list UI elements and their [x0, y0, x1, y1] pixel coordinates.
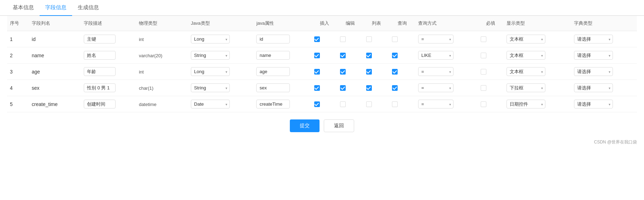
cell-display-type: 文本框下拉框单选框复选框日期控件文本域▾	[504, 64, 571, 80]
dict-select-wrapper: 请选择▾	[574, 67, 613, 76]
header-query: 查询	[389, 16, 415, 31]
select-wrapper: =!=>>=<<=LIKEBETWEEN▾	[418, 51, 453, 60]
checkbox[interactable]	[314, 85, 320, 91]
dict-type-select[interactable]: 请选择	[574, 67, 613, 76]
cell-seq: 2	[7, 47, 29, 64]
checkbox[interactable]	[366, 85, 372, 91]
cell-required	[478, 80, 504, 96]
cell-field-name: create_time	[29, 96, 81, 112]
cell-java-type: LongStringIntegerDateBigDecimalDoubleFlo…	[188, 47, 253, 64]
header-java-prop: java属性	[253, 16, 311, 31]
checkbox[interactable]	[481, 53, 486, 58]
header-required: 必填	[478, 16, 504, 31]
cell-phys-type: char(1)	[136, 80, 188, 96]
back-button[interactable]: 返回	[324, 119, 354, 132]
select-wrapper: LongStringIntegerDateBigDecimalDoubleFlo…	[191, 100, 230, 108]
checkbox[interactable]	[392, 101, 398, 107]
field-desc-input[interactable]	[84, 67, 116, 76]
cell-required	[478, 31, 504, 47]
checkbox[interactable]	[340, 36, 346, 42]
tabs-container: 基本信息 字段信息 生成信息	[0, 0, 644, 16]
checkbox[interactable]	[392, 85, 398, 91]
table-row: 2namevarchar(20)LongStringIntegerDateBig…	[7, 47, 637, 64]
checkbox[interactable]	[392, 36, 398, 42]
field-desc-input[interactable]	[84, 100, 116, 108]
select-wrapper: 文本框下拉框单选框复选框日期控件文本域▾	[507, 100, 545, 108]
select-wrapper: LongStringIntegerDateBigDecimalDoubleFlo…	[191, 51, 230, 60]
cell-field-desc	[81, 64, 136, 80]
tab-fields[interactable]: 字段信息	[40, 0, 72, 16]
checkbox[interactable]	[481, 101, 486, 107]
cell-java-type: LongStringIntegerDateBigDecimalDoubleFlo…	[188, 80, 253, 96]
phys-type-text: varchar(20)	[139, 53, 162, 58]
dict-type-select[interactable]: 请选择	[574, 83, 613, 92]
checkbox[interactable]	[481, 36, 486, 42]
cell-display-type: 文本框下拉框单选框复选框日期控件文本域▾	[504, 31, 571, 47]
cell-field-name: age	[29, 64, 81, 80]
checkbox[interactable]	[366, 36, 372, 42]
checkbox[interactable]	[314, 69, 320, 75]
phys-type-text: int	[139, 37, 144, 42]
cell-required	[478, 47, 504, 64]
checkbox[interactable]	[392, 69, 398, 75]
checkbox[interactable]	[314, 101, 320, 107]
fields-table: 序号 字段列名 字段描述 物理类型 Java类型 java属性 插入 编辑 列表…	[7, 16, 637, 112]
checkbox[interactable]	[366, 69, 372, 75]
select-wrapper: =!=>>=<<=LIKEBETWEEN▾	[418, 100, 453, 108]
dict-select-wrapper: 请选择▾	[574, 35, 613, 43]
field-desc-input[interactable]	[84, 35, 116, 43]
java-prop-input[interactable]	[256, 100, 290, 108]
cell-seq: 4	[7, 80, 29, 96]
header-query-mode: 查询方式	[415, 16, 478, 31]
table-row: 3ageintLongStringIntegerDateBigDecimalDo…	[7, 64, 637, 80]
cell-list	[363, 80, 390, 96]
field-desc-input[interactable]	[84, 51, 116, 60]
header-display-type: 显示类型	[504, 16, 571, 31]
java-prop-input[interactable]	[256, 51, 290, 60]
select-wrapper: =!=>>=<<=LIKEBETWEEN▾	[418, 83, 453, 92]
checkbox[interactable]	[340, 101, 346, 107]
select-wrapper: 文本框下拉框单选框复选框日期控件文本域▾	[507, 35, 545, 43]
phys-type-text: int	[139, 69, 144, 75]
java-prop-input[interactable]	[256, 83, 290, 92]
select-wrapper: LongStringIntegerDateBigDecimalDoubleFlo…	[191, 67, 230, 76]
cell-required	[478, 96, 504, 112]
checkbox[interactable]	[392, 53, 398, 58]
java-prop-input[interactable]	[256, 67, 290, 76]
cell-dict-type: 请选择▾	[571, 31, 637, 47]
submit-button[interactable]: 提交	[290, 119, 320, 132]
tab-basic[interactable]: 基本信息	[7, 0, 40, 16]
cell-edit	[337, 80, 363, 96]
dict-type-select[interactable]: 请选择	[574, 35, 613, 43]
cell-field-desc	[81, 80, 136, 96]
cell-query-mode: =!=>>=<<=LIKEBETWEEN▾	[415, 96, 478, 112]
table-wrapper: 序号 字段列名 字段描述 物理类型 Java类型 java属性 插入 编辑 列表…	[0, 16, 644, 112]
dict-type-select[interactable]: 请选择	[574, 100, 613, 108]
checkbox[interactable]	[340, 69, 346, 75]
cell-java-prop	[253, 96, 311, 112]
header-edit: 编辑	[337, 16, 363, 31]
cell-dict-type: 请选择▾	[571, 96, 637, 112]
checkbox[interactable]	[481, 85, 486, 91]
cell-java-type: LongStringIntegerDateBigDecimalDoubleFlo…	[188, 96, 253, 112]
tab-generate[interactable]: 生成信息	[72, 0, 105, 16]
checkbox[interactable]	[366, 101, 372, 107]
select-wrapper: LongStringIntegerDateBigDecimalDoubleFlo…	[191, 35, 230, 43]
cell-dict-type: 请选择▾	[571, 47, 637, 64]
checkbox[interactable]	[314, 53, 320, 58]
cell-field-name: id	[29, 31, 81, 47]
cell-seq: 5	[7, 96, 29, 112]
checkbox[interactable]	[314, 36, 320, 42]
checkbox[interactable]	[366, 53, 372, 58]
checkbox[interactable]	[340, 85, 346, 91]
checkbox[interactable]	[340, 53, 346, 58]
cell-java-prop	[253, 31, 311, 47]
cell-dict-type: 请选择▾	[571, 64, 637, 80]
cell-list	[363, 64, 390, 80]
checkbox[interactable]	[481, 69, 486, 75]
dict-type-select[interactable]: 请选择	[574, 51, 613, 60]
cell-list	[363, 96, 390, 112]
cell-query-mode: =!=>>=<<=LIKEBETWEEN▾	[415, 31, 478, 47]
field-desc-input[interactable]	[84, 83, 116, 92]
java-prop-input[interactable]	[256, 35, 290, 43]
